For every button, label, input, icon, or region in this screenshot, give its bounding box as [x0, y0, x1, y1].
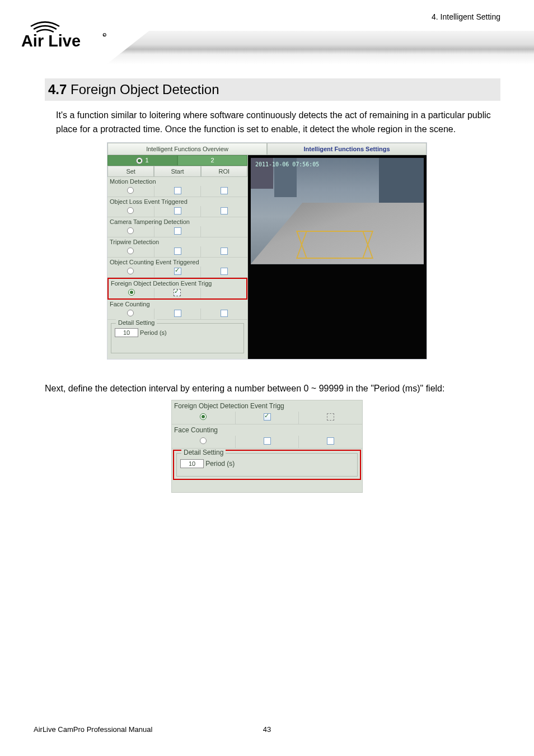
- ss2-face-roi[interactable]: [327, 437, 334, 445]
- detail-closeup: Foreign Object Detection Event Trigg Fac…: [171, 400, 363, 493]
- face-roi-chk[interactable]: [221, 310, 228, 317]
- face-set-radio[interactable]: [127, 310, 134, 316]
- section-heading: 4.7 Foreign Object Detection: [45, 78, 500, 101]
- col-start: Start: [154, 166, 200, 177]
- period-label: Period (s): [140, 329, 167, 336]
- detail-setting-group: Detail Setting 10 Period (s): [111, 323, 244, 353]
- ss2-foreign-label: Foreign Object Detection Event Trigg: [172, 400, 362, 412]
- ss2-face-radio[interactable]: [200, 437, 207, 444]
- tripwire-roi-chk[interactable]: [221, 248, 228, 255]
- row-face-label: Face Counting: [107, 300, 247, 309]
- tamper-set-radio[interactable]: [127, 227, 134, 234]
- ss2-foreign-start[interactable]: [264, 413, 271, 421]
- motion-set-radio[interactable]: [127, 187, 134, 194]
- svg-text:R: R: [103, 34, 105, 37]
- ss2-face-start[interactable]: [264, 437, 271, 445]
- ss2-period-label: Period (s): [205, 460, 235, 468]
- airlive-logo: Air Live R: [21, 17, 116, 53]
- channel-tab-2[interactable]: 2: [177, 155, 247, 166]
- tamper-start-chk[interactable]: [174, 227, 181, 235]
- paragraph-2: Next, define the detection interval by e…: [45, 382, 500, 396]
- period-input[interactable]: 10: [115, 328, 138, 337]
- row-motion-label: Motion Detection: [107, 177, 247, 186]
- objcount-roi-chk[interactable]: [221, 268, 228, 275]
- paragraph-1: It's a function similar to loitering whe…: [56, 109, 500, 137]
- page-footer: AirLive CamPro Professional Manual 43: [34, 725, 500, 734]
- motion-roi-chk[interactable]: [221, 187, 228, 194]
- ss2-detail-group: Detail Setting 10 Period (s): [176, 453, 358, 477]
- section-title: Foreign Object Detection: [71, 82, 219, 97]
- ss2-foreign-roi[interactable]: [327, 413, 334, 421]
- ss2-period-input[interactable]: 10: [180, 459, 204, 468]
- foreign-set-radio[interactable]: [128, 289, 135, 296]
- video-timestamp: 2011-10-06 07:56:05: [255, 161, 319, 167]
- settings-window: Intelligent Functions Overview Intellige…: [107, 142, 427, 360]
- tripwire-start-chk[interactable]: [174, 248, 181, 255]
- face-start-chk[interactable]: [174, 310, 181, 317]
- video-preview: 2011-10-06 07:56:05: [248, 155, 427, 359]
- foreign-start-chk[interactable]: [174, 289, 181, 296]
- row-objloss-label: Object Loss Event Triggered: [107, 197, 247, 206]
- motion-start-chk[interactable]: [174, 187, 181, 194]
- objloss-start-chk[interactable]: [174, 207, 181, 214]
- objcount-start-chk[interactable]: [174, 268, 181, 275]
- row-objcount-label: Object Counting Event Triggered: [107, 258, 247, 267]
- footer-page-number: 43: [263, 725, 271, 734]
- header-swoosh: [106, 31, 534, 64]
- row-tripwire-label: Tripwire Detection: [107, 237, 247, 246]
- ss2-face-label: Face Counting: [172, 424, 362, 436]
- objloss-set-radio[interactable]: [127, 207, 134, 214]
- row-foreign-label: Foreign Object Detection Event Trigg: [109, 279, 246, 288]
- section-number: 4.7: [48, 82, 67, 97]
- tripwire-set-radio[interactable]: [127, 248, 134, 254]
- objloss-roi-chk[interactable]: [221, 207, 228, 214]
- channel-tab-1[interactable]: 1: [107, 155, 177, 166]
- svg-text:Air Live: Air Live: [21, 32, 81, 50]
- detail-legend: Detail Setting: [116, 319, 157, 326]
- functions-panel: 1 2 Set Start ROI Motion Detection: [107, 155, 248, 359]
- chapter-label: 4. Intelligent Setting: [432, 12, 500, 21]
- objcount-set-radio[interactable]: [127, 268, 134, 274]
- col-roi: ROI: [201, 166, 247, 177]
- tab-overview[interactable]: Intelligent Functions Overview: [107, 143, 267, 155]
- ss2-foreign-radio[interactable]: [200, 413, 207, 420]
- footer-manual-name: AirLive CamPro Professional Manual: [34, 725, 152, 734]
- tab-settings[interactable]: Intelligent Functions Settings: [267, 143, 427, 155]
- ss2-detail-legend: Detail Setting: [181, 449, 226, 456]
- col-set: Set: [107, 166, 154, 177]
- row-tamper-label: Camera Tampering Detection: [107, 217, 247, 226]
